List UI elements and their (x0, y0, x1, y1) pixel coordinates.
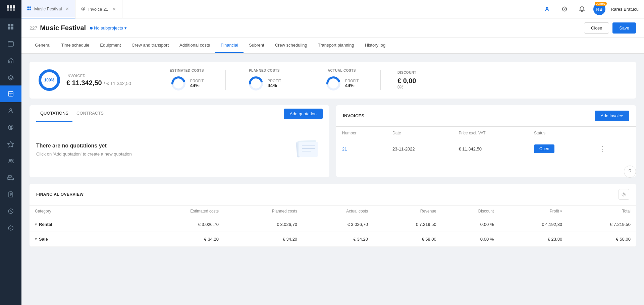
sidebar-item-team[interactable] (0, 152, 21, 169)
col-status: Status (529, 127, 591, 139)
project-header: 227 Music Festival No subprojects ▾ Clos… (21, 18, 644, 38)
fo-col-profit: Profit ▾ (499, 205, 568, 217)
tab-invoice-21[interactable]: Invoice 21 ✕ (75, 0, 122, 18)
discount-item: DISCOUNT € 0,00 0% (397, 71, 431, 89)
costs-divider-4 (380, 70, 381, 90)
invoiced-pct: 100% (44, 78, 55, 82)
sale-chevron[interactable]: ▾ (35, 237, 37, 241)
invoices-card: INVOICES Add invoice Number Date Price e… (336, 105, 636, 177)
contracts-tab[interactable]: CONTRACTS (72, 105, 108, 122)
fo-settings-button[interactable] (619, 189, 629, 200)
svg-marker-20 (8, 141, 14, 147)
invoiced-section: 100% INVOICED € 11.342,50 / € 11.342,50 (38, 68, 131, 92)
fo-rental-profit: € 4.192,80 (499, 217, 568, 232)
invoice-row-21: 21 23-11-2022 € 11.342,50 Open ⋮ (337, 140, 635, 158)
tab-invoice-21-close[interactable]: ✕ (111, 6, 117, 12)
fo-col-discount: Discount (442, 205, 499, 217)
sidebar-item-dashboard[interactable] (0, 18, 21, 35)
sidebar-item-calendar[interactable] (0, 35, 21, 52)
tab-crew-transport[interactable]: Crew and transport (126, 38, 174, 53)
tab-crew-scheduling[interactable]: Crew scheduling (270, 38, 313, 53)
invoice-open-button[interactable]: Open (534, 144, 554, 153)
sidebar (0, 0, 21, 305)
sidebar-item-financial[interactable] (0, 85, 21, 102)
sidebar-item-clipboard[interactable] (0, 186, 21, 203)
tab-music-festival-icon (27, 6, 32, 12)
fo-rental-discount: 0,00 % (442, 217, 499, 232)
two-col-section: QUOTATIONS CONTRACTS Add quotation There… (30, 105, 636, 177)
invoice-date-cell: 23-11-2022 (387, 140, 452, 158)
tab-music-festival-close[interactable]: ✕ (64, 6, 70, 11)
financial-overview-table: Category Estimated costs Planned costs A… (30, 205, 636, 247)
profit-sort-icon[interactable]: ▾ (560, 209, 562, 213)
avatar-initials: RB (596, 7, 603, 12)
tab-music-festival[interactable]: Music Festival ✕ (21, 0, 75, 18)
tab-music-festival-label: Music Festival (34, 6, 62, 11)
fo-rental-actual: € 3.026,70 (303, 217, 373, 232)
invoice-number-cell: 21 (337, 140, 386, 158)
subproject-badge[interactable]: No subprojects ▾ (90, 25, 127, 30)
sidebar-item-tasks[interactable] (0, 136, 21, 152)
svg-rect-2 (13, 5, 15, 8)
svg-rect-3 (7, 8, 9, 11)
invoice-price-cell: € 11.342,50 (453, 140, 528, 158)
user-name[interactable]: Rares Bratucu (611, 7, 639, 12)
quotations-tab[interactable]: QUOTATIONS (36, 105, 72, 122)
sidebar-item-transport[interactable] (0, 169, 21, 186)
tab-time-schedule[interactable]: Time schedule (56, 38, 95, 53)
subproject-chevron: ▾ (124, 25, 127, 30)
tab-financial[interactable]: Financial (215, 38, 244, 53)
svg-rect-32 (27, 6, 29, 8)
invoice-actions-cell: ⋮ (591, 140, 635, 158)
tab-equipment[interactable]: Equipment (95, 38, 126, 53)
fo-sale-total: € 58,00 (568, 232, 636, 247)
svg-rect-6 (8, 24, 10, 26)
add-invoice-button[interactable]: Add invoice (595, 111, 629, 121)
help-circle-button[interactable]: ? (624, 166, 636, 178)
rental-chevron[interactable]: ▾ (35, 222, 37, 227)
svg-rect-10 (8, 42, 13, 46)
project-title: Music Festival (40, 24, 86, 32)
svg-rect-1 (10, 5, 12, 8)
sidebar-item-layers[interactable] (0, 69, 21, 85)
sidebar-item-settings[interactable] (0, 220, 21, 236)
fo-rental-revenue: € 7.219,50 (373, 217, 442, 232)
sidebar-item-money[interactable] (0, 119, 21, 136)
bell-icon-btn[interactable] (576, 3, 588, 15)
help-icon-btn[interactable] (558, 3, 571, 15)
fo-title: FINANCIAL OVERVIEW (36, 192, 84, 197)
tab-additional-costs[interactable]: Additional costs (174, 38, 215, 53)
user-avatar[interactable]: RB James (593, 3, 605, 15)
quotations-empty-text: There are no quotations yet Click on 'Ad… (36, 143, 132, 157)
main-content: Music Festival ✕ Invoice 21 ✕ (21, 0, 644, 305)
tab-subrent[interactable]: Subrent (244, 38, 270, 53)
tab-general[interactable]: General (30, 38, 56, 53)
svg-rect-5 (13, 8, 15, 11)
invoices-table: Number Date Price excl. VAT Status 21 (336, 127, 636, 159)
fo-col-category: Category (30, 205, 139, 217)
svg-rect-26 (8, 176, 11, 177)
quotations-illustration (289, 136, 323, 164)
header-actions: Close Save (584, 22, 636, 34)
add-quotation-button[interactable]: Add quotation (284, 109, 323, 119)
empty-title: There are no quotations yet (36, 143, 132, 149)
save-button[interactable]: Save (612, 22, 636, 34)
fo-row-rental: ▾ Rental € 3.026,70 € 3.026,70 € 3.026,7… (30, 217, 636, 232)
fo-row-sale: ▾ Sale € 34,20 € 34,20 € 34,20 € 58,00 0… (30, 232, 636, 247)
app-logo[interactable] (0, 0, 21, 18)
sidebar-item-home[interactable] (0, 52, 21, 69)
user-icon-btn[interactable] (541, 3, 553, 15)
col-date: Date (387, 127, 452, 139)
tab-history-log[interactable]: History log (360, 38, 391, 53)
sidebar-item-contacts[interactable] (0, 102, 21, 119)
planned-donut (248, 75, 264, 92)
fo-rental-category: ▾ Rental (30, 217, 139, 232)
subproject-label: No subprojects (94, 25, 123, 30)
sidebar-item-clock[interactable] (0, 203, 21, 220)
invoice-21-link[interactable]: 21 (342, 146, 347, 151)
fo-rental-estimated: € 3.026,70 (139, 217, 224, 232)
close-button[interactable]: Close (584, 22, 609, 34)
invoice-more-button[interactable]: ⋮ (597, 144, 608, 154)
svg-point-37 (546, 7, 548, 9)
tab-transport-planning[interactable]: Transport planning (313, 38, 360, 53)
